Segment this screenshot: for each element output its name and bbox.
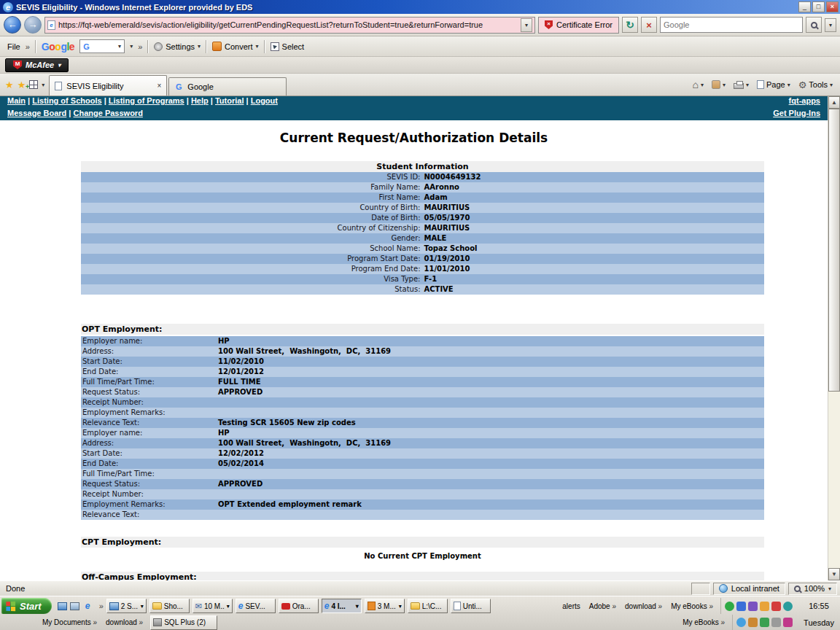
scrollbar-thumb[interactable] bbox=[828, 109, 840, 392]
tools-menu[interactable]: Tools bbox=[796, 78, 835, 92]
chevron-right-icon[interactable] bbox=[138, 42, 142, 51]
field-label: Program Start Date: bbox=[81, 254, 423, 264]
address-bar[interactable] bbox=[44, 17, 535, 34]
chevron-right-icon[interactable] bbox=[99, 602, 104, 610]
browser-tab[interactable]: SEVIS Eligibility bbox=[49, 75, 167, 96]
taskbar-toolbar-item[interactable]: My eBooks bbox=[682, 618, 725, 626]
search-box[interactable] bbox=[660, 17, 803, 33]
print-button[interactable] bbox=[731, 79, 751, 90]
taskbar-day[interactable]: Tuesday bbox=[799, 618, 839, 627]
quick-tabs-icon[interactable] bbox=[29, 80, 38, 89]
mcafee-menu[interactable]: McAfee bbox=[5, 58, 69, 72]
minimize-button[interactable] bbox=[798, 1, 811, 12]
nav-link[interactable]: Listing of Programs bbox=[109, 96, 184, 105]
field-value: 05/05/1970 bbox=[423, 213, 470, 223]
display-icon[interactable] bbox=[771, 618, 781, 627]
taskbar-button[interactable]: 10 M... bbox=[192, 599, 233, 613]
taskbar-toolbar-item[interactable]: Adobe bbox=[589, 602, 616, 610]
add-favorite-button[interactable] bbox=[18, 79, 26, 90]
employment-row: Relevance Text: Testing SCR 15605 New zi… bbox=[81, 418, 764, 428]
certificate-error-button[interactable]: Certificate Error bbox=[538, 17, 619, 34]
vpn-icon[interactable] bbox=[748, 602, 758, 611]
taskbar-toolbar-row-2-left: My Documentsdownload bbox=[42, 618, 147, 626]
search-go-button[interactable] bbox=[806, 17, 822, 33]
window-icon[interactable] bbox=[58, 602, 67, 610]
start-button[interactable]: Start bbox=[1, 598, 52, 614]
sync-icon[interactable] bbox=[760, 618, 769, 627]
chevron-right-icon[interactable] bbox=[26, 42, 30, 51]
toolbar-separator bbox=[264, 40, 265, 53]
settings-menu[interactable]: Settings bbox=[154, 42, 201, 51]
tab-list-dropdown[interactable] bbox=[42, 82, 44, 88]
scroll-up-icon[interactable] bbox=[828, 96, 840, 109]
taskbar-button[interactable]: L:\C... bbox=[408, 599, 448, 613]
google-search-dropdown[interactable] bbox=[130, 43, 133, 50]
antivirus-icon[interactable] bbox=[771, 602, 781, 611]
messenger-icon[interactable] bbox=[736, 602, 746, 611]
taskbar-button[interactable]: 4 I... bbox=[322, 599, 362, 613]
file-menu[interactable]: File bbox=[7, 42, 20, 51]
taskbar-button[interactable]: SEV... bbox=[236, 599, 276, 613]
taskbar-button[interactable]: 3 M... bbox=[365, 599, 405, 613]
favorites-button[interactable] bbox=[5, 79, 14, 90]
field-label: Request Status: bbox=[81, 479, 218, 489]
refresh-button[interactable] bbox=[622, 17, 638, 33]
nav-link[interactable]: Tutorial bbox=[215, 96, 244, 105]
back-button[interactable] bbox=[4, 16, 21, 34]
network-status-icon[interactable] bbox=[725, 602, 734, 611]
nav-link[interactable]: Change Password bbox=[74, 109, 143, 117]
nav-link[interactable]: Logout bbox=[251, 96, 278, 105]
stop-button[interactable] bbox=[641, 17, 657, 33]
taskbar-button[interactable]: Ora... bbox=[279, 599, 319, 613]
shield-icon[interactable] bbox=[748, 618, 758, 627]
misc-tray-icon[interactable] bbox=[783, 618, 793, 627]
nav-link-get-plugins[interactable]: Get Plug-Ins bbox=[773, 109, 820, 117]
chevron-down-icon[interactable] bbox=[118, 43, 121, 50]
update-icon[interactable] bbox=[736, 618, 746, 627]
taskbar-button[interactable]: Unti... bbox=[451, 599, 491, 613]
nav-link[interactable]: Listing of Schools bbox=[32, 96, 101, 105]
scrollbar-track[interactable] bbox=[828, 392, 840, 568]
mcafee-toolbar: McAfee bbox=[0, 57, 840, 74]
zoom-control[interactable]: 100% bbox=[788, 583, 837, 595]
browser-tab[interactable]: Google bbox=[168, 77, 287, 96]
nav-link[interactable]: Message Board bbox=[7, 109, 66, 117]
taskbar-toolbar-item[interactable]: download bbox=[106, 618, 143, 626]
convert-menu[interactable]: Convert bbox=[212, 42, 259, 51]
google-search-field[interactable] bbox=[79, 39, 125, 53]
taskbar-row-1: Start 2 S... Sho... 10 M... S bbox=[1, 598, 839, 614]
ie-icon[interactable] bbox=[82, 601, 93, 611]
nav-link-fqt-apps[interactable]: fqt-apps bbox=[789, 96, 820, 105]
taskbar-button[interactable]: 2 S... bbox=[106, 599, 147, 613]
taskbar-toolbar-item[interactable]: My Documents bbox=[42, 618, 97, 626]
select-button[interactable]: Select bbox=[271, 42, 305, 51]
close-button[interactable] bbox=[826, 1, 839, 12]
home-button[interactable] bbox=[690, 77, 705, 92]
nav-link[interactable]: Main bbox=[7, 96, 26, 105]
alert-icon[interactable] bbox=[760, 602, 769, 611]
taskbar-toolbar-item[interactable]: alerts bbox=[562, 602, 580, 610]
page-menu[interactable]: Page bbox=[755, 79, 793, 90]
volume-icon[interactable] bbox=[783, 602, 793, 611]
folder-icon bbox=[152, 602, 162, 610]
scroll-down-icon[interactable] bbox=[828, 568, 840, 580]
maximize-button[interactable] bbox=[812, 1, 825, 12]
chevron-down-icon[interactable] bbox=[828, 586, 831, 592]
taskbar-toolbar-item[interactable]: download bbox=[625, 602, 662, 610]
taskbar-toolbar-item[interactable]: My eBooks bbox=[671, 602, 713, 610]
feeds-button[interactable] bbox=[709, 79, 728, 90]
taskbar-clock[interactable]: 16:55 bbox=[799, 602, 839, 610]
address-dropdown-button[interactable] bbox=[521, 18, 532, 32]
vertical-scrollbar[interactable] bbox=[828, 96, 840, 580]
student-info-row: Gender: MALE bbox=[81, 233, 764, 244]
taskbar-button[interactable]: Sho... bbox=[149, 599, 190, 613]
show-desktop-icon[interactable] bbox=[70, 602, 79, 610]
search-input[interactable] bbox=[664, 20, 799, 29]
tab-label: Google bbox=[187, 82, 272, 91]
url-input[interactable] bbox=[58, 20, 518, 29]
search-options-dropdown[interactable] bbox=[825, 18, 836, 32]
nav-link[interactable]: Help bbox=[191, 96, 209, 105]
taskbar-button-sql-plus[interactable]: SQL Plus (2) bbox=[150, 615, 217, 630]
tab-close-icon[interactable] bbox=[157, 82, 161, 90]
forward-button[interactable] bbox=[24, 16, 42, 34]
